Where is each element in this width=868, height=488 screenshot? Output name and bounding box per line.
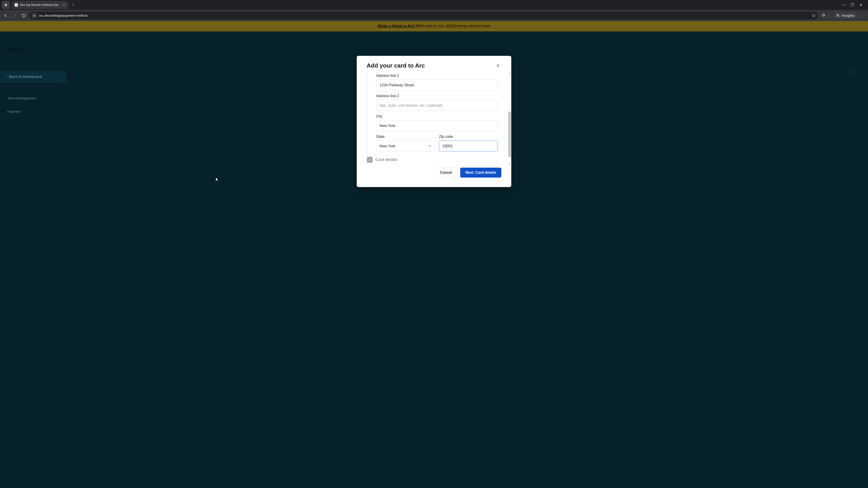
site-info-icon[interactable]	[32, 13, 37, 18]
modal-title: Add your card to Arc	[367, 62, 425, 69]
address1-label: Address line 1	[376, 74, 498, 78]
sidebar-item-team[interactable]: Team Management	[7, 96, 36, 100]
extensions-icon[interactable]	[819, 12, 827, 20]
city-label: City	[376, 114, 498, 119]
forward-button	[11, 12, 19, 20]
browser-menu-button[interactable]: ⋮	[859, 13, 866, 18]
scrollbar[interactable]: ▴ ▾	[508, 72, 511, 165]
back-to-dashboard-link[interactable]: ‹ Back to Dashboard	[0, 71, 66, 83]
step-2-badge: 2	[367, 157, 373, 163]
stepper-line	[367, 72, 367, 165]
cancel-button[interactable]: Cancel	[435, 168, 457, 177]
minimize-icon[interactable]: ―	[841, 3, 846, 7]
back-button[interactable]	[2, 12, 9, 20]
city-input[interactable]: New York	[376, 120, 498, 131]
incognito-label: Incognito	[842, 14, 855, 18]
active-window-icon[interactable]	[2, 1, 10, 9]
zip-input[interactable]: 10001	[439, 140, 498, 151]
browser-tab[interactable]: ✦ Hire Top Remote Software Dev ✕	[12, 1, 68, 9]
scroll-thumb[interactable]	[508, 111, 511, 157]
state-label: State	[376, 135, 435, 139]
add-card-modal: Add your card to Arc × Address line 1 12…	[357, 56, 511, 187]
close-window-icon[interactable]: ✕	[859, 3, 863, 7]
favicon-icon: ✦	[14, 3, 18, 7]
url-text: arc.dev/settings/payment-method	[39, 14, 87, 18]
address-bar[interactable]: arc.dev/settings/payment-method	[29, 12, 818, 20]
step-2-label: Card details	[375, 158, 397, 162]
close-icon[interactable]: ×	[495, 62, 501, 69]
bookmark-icon[interactable]	[812, 13, 815, 18]
close-tab-icon[interactable]: ✕	[63, 3, 66, 7]
maximize-icon[interactable]: ❐	[850, 3, 855, 7]
sidebar-item-payment[interactable]: Payment	[7, 109, 21, 113]
address2-label: Address line 2	[376, 94, 498, 98]
reload-button[interactable]	[20, 12, 28, 20]
tab-title: Hire Top Remote Software Dev	[20, 3, 59, 6]
next-card-details-button[interactable]: Next: Card details	[460, 168, 501, 177]
scroll-down-arrow[interactable]: ▾	[509, 162, 510, 165]
scroll-up-arrow[interactable]: ▴	[509, 72, 510, 75]
zip-label: Zip code	[439, 135, 498, 139]
state-select[interactable]: New York	[376, 140, 435, 151]
incognito-indicator[interactable]: Incognito	[833, 12, 857, 19]
chevron-down-icon	[428, 144, 432, 148]
address2-input[interactable]: Apt., suite, unit number, etc. (optional…	[376, 100, 498, 111]
address1-input[interactable]: 1234 Parkway Street	[376, 79, 498, 90]
new-tab-button[interactable]: +	[70, 3, 76, 7]
